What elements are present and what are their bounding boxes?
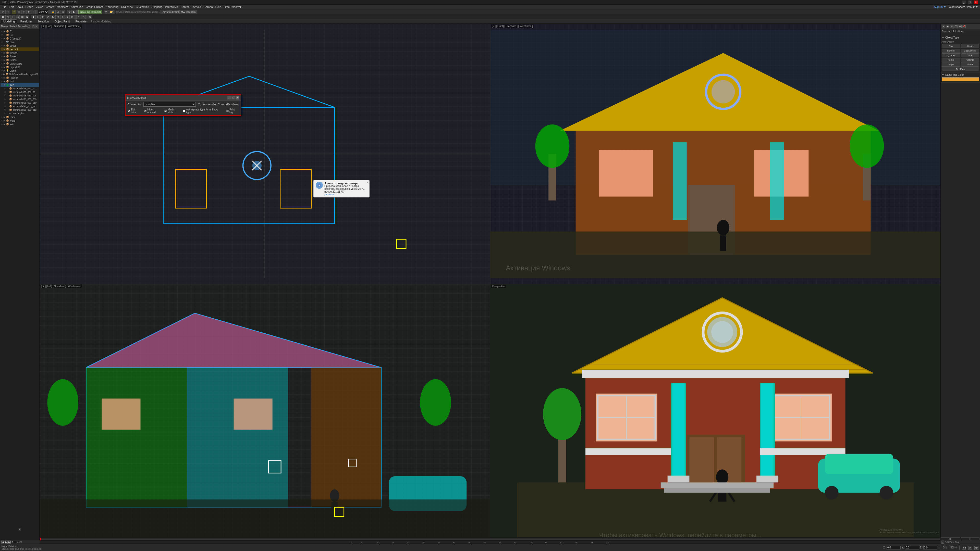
- align-btn[interactable]: ≡: [65, 15, 70, 19]
- dialog-minimize-button[interactable]: _: [228, 96, 231, 100]
- tree-item[interactable]: 👁 ▶ 📦 flowers: [0, 55, 39, 58]
- reference-coord-dropdown[interactable]: View: [38, 10, 49, 14]
- tree-item[interactable]: 👁 📦 archmodelS8_053_011: [0, 105, 39, 108]
- menu-civil-view[interactable]: Civil View: [120, 5, 134, 9]
- tab-freeform[interactable]: Freeform: [18, 19, 34, 24]
- tree-item[interactable]: 👁 ▶ 📦 roof: [0, 79, 39, 83]
- menu-scripting[interactable]: Scripting: [150, 5, 164, 9]
- notification-source[interactable]: yandex.ru: [325, 193, 367, 196]
- tree-item[interactable]: 👁 ▶ 📦 fences: [0, 51, 39, 55]
- tree-item[interactable]: 👁 ▭ Rectangle01: [0, 112, 39, 115]
- dialog-close-button[interactable]: ×: [235, 96, 239, 100]
- viewport-top-label[interactable]: [ + ] [Top] [ Standard ] [ Wireframe ]: [41, 24, 82, 28]
- menu-content[interactable]: Content: [179, 5, 192, 9]
- material-editor-button[interactable]: M: [104, 10, 108, 14]
- menu-customize[interactable]: Customize: [135, 5, 150, 9]
- dialog-maximize-button[interactable]: □: [231, 96, 235, 100]
- menu-file[interactable]: File: [0, 5, 8, 9]
- rotate-button[interactable]: ↻: [26, 10, 31, 14]
- move-button[interactable]: ✛: [21, 10, 26, 14]
- tree-item[interactable]: 👁 ▶ 📦 decor: [0, 44, 39, 48]
- edit-links-option[interactable]: Edit links: [127, 108, 141, 114]
- redo-button[interactable]: ↪: [5, 10, 10, 14]
- extrude-btn[interactable]: ⬆: [31, 15, 36, 19]
- poly-btn[interactable]: ▦: [20, 15, 24, 19]
- paint-deform-btn[interactable]: ✏: [81, 15, 86, 19]
- snap-btn-2[interactable]: ⊙: [88, 15, 92, 19]
- menu-modifiers[interactable]: Modifiers: [56, 5, 69, 9]
- menu-create[interactable]: Create: [45, 5, 56, 9]
- tree-item[interactable]: 👁 📦 archmodelS8_053_010: [0, 101, 39, 105]
- tree-item[interactable]: 👁 📦 archmodelS8_053_001: [0, 87, 39, 90]
- tree-item[interactable]: 👁 ▶ 📦 walls: [0, 119, 39, 122]
- tree-item[interactable]: 👁 ▶ 💡 Lights: [0, 69, 39, 73]
- multi-converter-dialog[interactable]: MultyConverter _ □ × Convert to: scanlin…: [125, 94, 241, 116]
- bevel-btn[interactable]: ⬡: [36, 15, 41, 19]
- render-button[interactable]: ▶: [72, 10, 76, 14]
- menu-group[interactable]: Group: [24, 5, 35, 9]
- edge-btn[interactable]: ╱: [10, 15, 15, 19]
- inset-btn[interactable]: ⊡: [41, 15, 45, 19]
- cap-btn[interactable]: ⊟: [56, 15, 60, 19]
- menu-lime-exporter[interactable]: Lime Exporter: [222, 5, 242, 9]
- tree-item[interactable]: 👁 📦 archmodelS8_053_009: [0, 97, 39, 101]
- menu-rendering[interactable]: Rendering: [104, 5, 120, 9]
- menu-graph-editors[interactable]: Graph Editors: [84, 5, 104, 9]
- tab-object-paint[interactable]: Object Paint: [52, 19, 72, 24]
- convert-to-dropdown[interactable]: scanline Corona VRay Standard: [143, 102, 196, 106]
- menu-arnold[interactable]: Arnold: [192, 5, 202, 9]
- tab-modeling[interactable]: Modeling: [1, 19, 17, 24]
- menu-help[interactable]: Help: [214, 5, 223, 9]
- menu-animation[interactable]: Animation: [69, 5, 84, 9]
- flip-btn[interactable]: ⇅: [51, 15, 55, 19]
- tab-selection[interactable]: Selection: [35, 19, 51, 24]
- tree-item[interactable]: 👁 ▶ 📦 Grass: [0, 58, 39, 62]
- menu-tools[interactable]: Tools: [15, 5, 24, 9]
- ask-replace-option[interactable]: Ask replace type for unknow type: [183, 108, 223, 114]
- menu-corona[interactable]: Corona: [202, 5, 214, 9]
- tree-item[interactable]: 👁 ▶ 📦 MultiScatterRenderLayer637: [0, 73, 39, 76]
- subobj-btn[interactable]: ◻: [5, 15, 10, 19]
- medit-slots-option[interactable]: Medit slots: [164, 108, 180, 114]
- create-selection-button[interactable]: Create Selection Set: [78, 10, 102, 14]
- angle-snap-button[interactable]: ∠: [56, 10, 60, 14]
- border-btn[interactable]: ⬚: [15, 15, 20, 19]
- scene-close-button[interactable]: ×: [35, 25, 38, 28]
- connect-btn[interactable]: ⊕: [60, 15, 65, 19]
- select-region-button[interactable]: ▭: [17, 10, 21, 14]
- tree-item[interactable]: 👁 📦 03: [0, 33, 39, 37]
- weld-btn[interactable]: ⊞: [70, 15, 75, 19]
- print-log-option[interactable]: Print log: [226, 108, 239, 114]
- tree-item[interactable]: 👁 ▶ 📦 User: [0, 115, 39, 119]
- poly-model-btn[interactable]: ◼: [0, 15, 5, 19]
- tree-item[interactable]: 👁 ▶ 📦 Win: [0, 122, 39, 126]
- tree-item[interactable]: 👁 ▶ 📦 01: [0, 30, 39, 33]
- tree-item[interactable]: 👁 ▶ 📦 Landscape: [0, 62, 39, 65]
- filter-button[interactable]: ☰: [32, 25, 35, 28]
- tree-item[interactable]: 👁 📦 archmodelS8_053_00: [0, 90, 39, 94]
- menu-views[interactable]: Views: [35, 5, 45, 9]
- bridge-btn[interactable]: ⇄: [46, 15, 50, 19]
- scale-button[interactable]: ⤡: [31, 10, 36, 14]
- tab-populate[interactable]: Populate: [73, 19, 89, 24]
- advanced-paint-button[interactable]: Advanced Paint: [162, 10, 180, 14]
- open-file-button[interactable]: 📂: [109, 10, 114, 14]
- notification-close-button[interactable]: ×: [367, 181, 368, 184]
- tree-item[interactable]: 👁 📦 archmodelS8_053_012: [0, 108, 39, 112]
- menu-interactive[interactable]: Interactive: [164, 5, 180, 9]
- mw-roofgen-button[interactable]: MW_RoofGen: [180, 10, 197, 14]
- swift-loop-btn[interactable]: ∿: [76, 15, 81, 19]
- hide-unused-option[interactable]: Hide unused: [144, 108, 161, 114]
- tree-item[interactable]: 👁 📷 cam: [0, 40, 39, 44]
- element-btn[interactable]: ▣: [25, 15, 29, 19]
- snap-toggle-button[interactable]: 🔒: [51, 10, 56, 14]
- select-object-button[interactable]: ✦: [12, 10, 16, 14]
- tree-item[interactable]: 👁 ▶ 📦 Profiles: [0, 76, 39, 79]
- tree-item[interactable]: 👁 ▶ 📦 decor 2: [0, 48, 39, 51]
- render-setup-button[interactable]: ⚙: [67, 10, 72, 14]
- menu-edit[interactable]: Edit: [8, 5, 15, 9]
- percent-snap-button[interactable]: %: [61, 10, 65, 14]
- tree-item[interactable]: 👁 📦 archmodelS8_053_008: [0, 94, 39, 97]
- tree-item[interactable]: 👁 ▼ 🌲 tree: [0, 83, 39, 87]
- tree-item[interactable]: 👁 ▶ 📦 0 (default): [0, 37, 39, 40]
